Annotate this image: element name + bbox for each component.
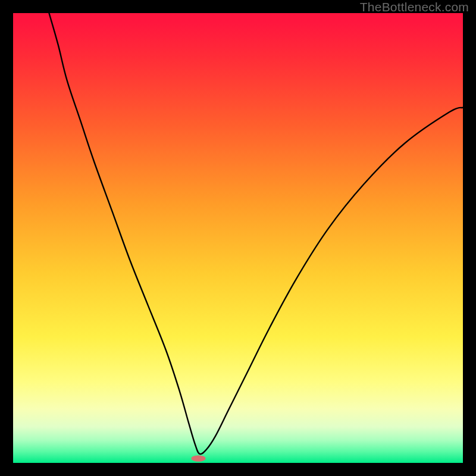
chart-plot-area — [13, 13, 463, 463]
watermark-text: TheBottleneck.com — [360, 0, 469, 14]
minimum-marker — [191, 455, 205, 462]
chart-svg — [13, 13, 463, 463]
bottleneck-curve — [49, 13, 463, 454]
